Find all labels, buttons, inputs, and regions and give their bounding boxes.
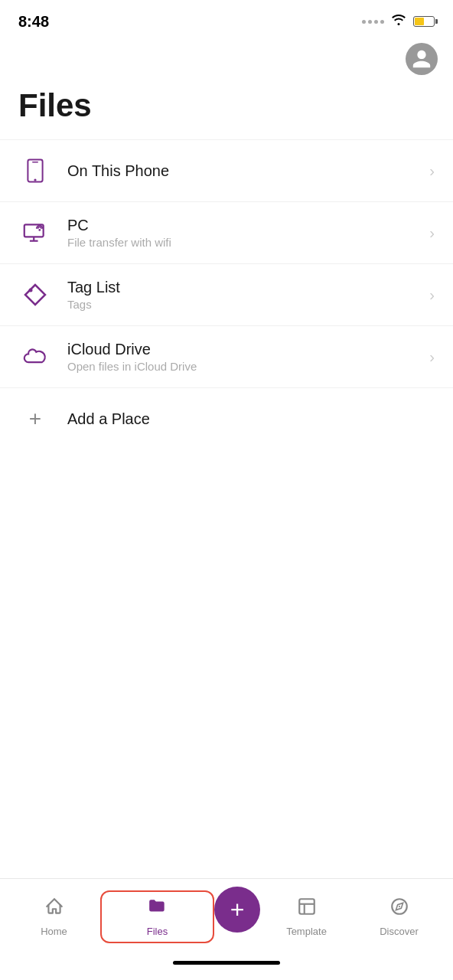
avatar[interactable] xyxy=(406,43,438,75)
svg-rect-8 xyxy=(299,899,314,914)
menu-item-icloud-drive[interactable]: iCloud Drive Open files in iCloud Drive … xyxy=(0,326,453,388)
menu-title-on-this-phone: On This Phone xyxy=(67,162,429,180)
folder-icon xyxy=(148,897,168,922)
menu-list: On This Phone › PC File transfer with wi… xyxy=(0,139,453,878)
svg-rect-0 xyxy=(28,160,42,182)
tab-template-label: Template xyxy=(286,926,327,937)
compass-icon xyxy=(389,897,409,922)
svg-rect-1 xyxy=(32,162,38,163)
add-place-item[interactable]: + Add a Place xyxy=(0,388,453,449)
menu-item-tag-list[interactable]: Tag List Tags › xyxy=(0,264,453,326)
phone-icon xyxy=(18,154,52,188)
cloud-icon xyxy=(18,340,52,374)
header xyxy=(0,40,453,81)
menu-text-icloud-drive: iCloud Drive Open files in iCloud Drive xyxy=(67,341,429,373)
add-icon: + xyxy=(18,402,52,436)
chevron-icon-icloud-drive: › xyxy=(429,348,435,366)
tab-discover[interactable]: Discover xyxy=(353,890,445,943)
battery-level xyxy=(415,18,424,25)
home-icon xyxy=(44,897,64,922)
tab-template[interactable]: Template xyxy=(260,890,353,943)
tab-home-label: Home xyxy=(41,926,67,937)
menu-item-pc[interactable]: PC File transfer with wifi › xyxy=(0,202,453,264)
home-indicator xyxy=(173,961,280,965)
signal-dot-3 xyxy=(374,20,378,24)
plus-icon: + xyxy=(230,897,245,922)
menu-text-tag-list: Tag List Tags xyxy=(67,279,429,311)
tab-files-label: Files xyxy=(147,926,168,937)
tag-icon xyxy=(18,278,52,312)
tab-center-add-button[interactable]: + xyxy=(214,887,260,933)
menu-text-pc: PC File transfer with wifi xyxy=(67,217,429,249)
signal-dot-2 xyxy=(368,20,372,24)
monitor-wifi-icon xyxy=(18,216,52,250)
menu-item-on-this-phone[interactable]: On This Phone › xyxy=(0,139,453,202)
menu-title-icloud-drive: iCloud Drive xyxy=(67,341,429,358)
signal-dots xyxy=(362,20,384,24)
wifi-icon xyxy=(390,14,407,29)
home-indicator-bar xyxy=(0,955,453,980)
template-icon xyxy=(297,897,317,922)
svg-point-12 xyxy=(398,906,399,907)
tab-discover-label: Discover xyxy=(380,926,419,937)
battery-icon xyxy=(413,16,435,27)
menu-title-pc: PC xyxy=(67,217,429,234)
menu-subtitle-pc: File transfer with wifi xyxy=(67,236,429,249)
chevron-icon-tag-list: › xyxy=(429,286,435,304)
page-title: Files xyxy=(0,81,453,139)
add-place-label: Add a Place xyxy=(67,410,150,428)
chevron-icon-pc: › xyxy=(429,224,435,242)
menu-title-tag-list: Tag List xyxy=(67,279,429,296)
status-time: 8:48 xyxy=(18,13,49,31)
menu-subtitle-icloud-drive: Open files in iCloud Drive xyxy=(67,360,429,373)
menu-text-on-this-phone: On This Phone xyxy=(67,162,429,180)
svg-point-7 xyxy=(29,289,33,292)
menu-subtitle-tag-list: Tags xyxy=(67,298,429,311)
chevron-icon-on-this-phone: › xyxy=(429,162,435,180)
signal-dot-4 xyxy=(380,20,384,24)
status-bar: 8:48 xyxy=(0,0,453,40)
signal-dot-1 xyxy=(362,20,366,24)
status-icons xyxy=(362,14,435,29)
tab-home[interactable]: Home xyxy=(8,890,100,943)
tab-bar: Home Files + Template xyxy=(0,878,453,955)
svg-point-2 xyxy=(34,178,36,181)
tab-files[interactable]: Files xyxy=(100,890,214,943)
svg-point-6 xyxy=(38,229,41,231)
